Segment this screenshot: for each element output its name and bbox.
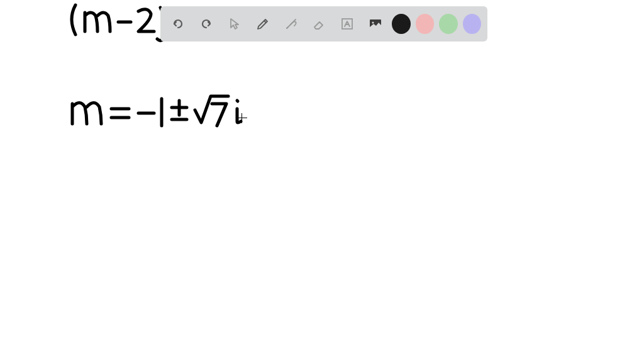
tools-button[interactable] (279, 11, 303, 36)
color-black[interactable] (392, 14, 410, 34)
pointer-button[interactable] (223, 11, 247, 36)
redo-icon (199, 16, 214, 31)
redo-button[interactable] (195, 11, 218, 36)
text-button[interactable] (336, 11, 359, 36)
color-green[interactable] (439, 14, 457, 34)
image-icon (368, 16, 383, 31)
undo-button[interactable] (167, 11, 190, 36)
image-button[interactable] (364, 11, 387, 36)
pencil-button[interactable] (251, 11, 274, 36)
tools-icon (284, 16, 299, 31)
pointer-icon (227, 16, 242, 31)
drawing-toolbar (160, 6, 487, 41)
color-pink[interactable] (416, 14, 434, 34)
undo-icon (170, 16, 186, 31)
crosshair-cursor (237, 113, 247, 123)
text-icon (340, 16, 355, 31)
drawing-canvas[interactable] (0, 0, 644, 347)
eraser-button[interactable] (308, 11, 331, 36)
pencil-icon (255, 16, 270, 31)
svg-rect-0 (342, 19, 352, 29)
svg-point-2 (372, 22, 374, 24)
eraser-icon (311, 16, 326, 31)
handwriting-line-2 (66, 91, 267, 141)
color-purple[interactable] (463, 14, 481, 34)
